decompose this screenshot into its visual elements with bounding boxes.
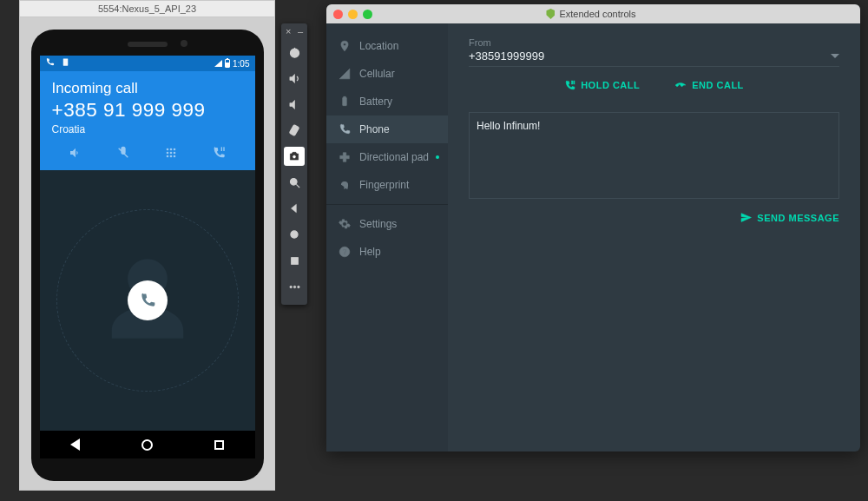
svg-point-9 [174,155,176,158]
volume-down-button[interactable] [281,91,307,117]
mute-icon[interactable] [116,146,130,163]
svg-point-6 [174,152,176,155]
incoming-call-actions [52,146,243,163]
incoming-call-number: +385 91 999 999 [52,99,243,122]
sidebar-item-fingerprint[interactable]: Fingerprint [326,171,448,199]
home-button[interactable] [281,221,307,247]
sidebar-item-settings[interactable]: Settings [326,210,448,238]
fingerprint-icon [339,179,351,191]
screenshot-button[interactable] [284,147,305,166]
hold-call-button[interactable]: HOLD CALL [564,79,640,91]
svg-rect-27 [572,81,573,84]
sidebar-item-location[interactable]: Location [326,32,448,60]
window-minimize-button[interactable] [348,10,358,19]
emulator-title: 5554:Nexus_5_API_23 [98,3,196,14]
rotate-button[interactable] [281,117,307,143]
more-button[interactable] [281,274,307,300]
sidebar-item-label: Fingerprint [359,179,409,191]
sidebar-item-label: Location [359,40,398,52]
dpad-icon [339,151,351,163]
extended-body: Location Cellular Battery Phone Directio… [326,23,860,452]
svg-point-3 [174,148,176,151]
phone-icon [339,123,351,135]
from-field[interactable]: +38591999999 [469,49,839,67]
svg-rect-23 [343,97,347,105]
shield-icon [546,9,555,19]
chevron-down-icon[interactable] [831,54,839,58]
back-button[interactable] [281,195,307,221]
extended-sidebar: Location Cellular Battery Phone Directio… [326,23,448,452]
svg-rect-0 [62,58,68,65]
svg-rect-28 [574,81,575,84]
extended-title: Extended controls [372,9,810,19]
from-value[interactable]: +38591999999 [469,49,831,63]
sim-notif-icon [61,57,73,69]
active-indicator-dot [436,155,439,159]
svg-point-5 [170,152,173,155]
end-call-button[interactable]: END CALL [674,79,744,91]
sidebar-item-phone[interactable]: Phone [326,115,448,143]
window-zoom-button[interactable] [363,10,372,19]
sidebar-item-label: Directional pad [359,151,429,163]
incoming-call-stage[interactable] [40,170,255,431]
sidebar-item-battery[interactable]: Battery [326,88,448,115]
help-icon: ? [339,246,351,258]
toolbar-minimize-icon[interactable]: – [298,26,303,36]
power-button[interactable] [281,39,307,65]
volume-up-button[interactable] [281,65,307,91]
status-clock: 1:05 [233,59,249,69]
emulator-window: 5554:Nexus_5_API_23 1:05 [19,0,275,491]
sidebar-item-dpad[interactable]: Directional pad [326,143,448,171]
svg-line-17 [296,184,299,188]
device-speaker [128,42,168,47]
emulator-title-bar[interactable]: 5554:Nexus_5_API_23 [19,0,275,17]
window-close-button[interactable] [333,10,343,19]
hold-call-label: HOLD CALL [581,80,640,90]
svg-rect-19 [291,257,298,264]
end-call-label: END CALL [692,80,744,90]
toolbar-close-icon[interactable]: × [286,26,291,36]
svg-point-22 [297,286,299,288]
answer-call-button[interactable] [128,280,168,320]
svg-rect-10 [221,147,222,151]
android-nav-bar [40,431,255,458]
svg-rect-14 [289,125,299,136]
emulator-body: 1:05 Incoming call +385 91 999 999 Croat… [19,17,275,491]
incoming-call-panel: Incoming call +385 91 999 999 Croatia [40,71,255,170]
sidebar-item-label: Help [359,246,381,258]
from-label: From [469,37,839,48]
extended-controls-window: Extended controls Location Cellular Batt… [326,4,860,452]
sidebar-item-help[interactable]: ? Help [326,238,448,266]
extended-titlebar[interactable]: Extended controls [326,4,860,23]
send-message-button[interactable]: SEND MESSAGE [740,212,839,223]
extended-title-label: Extended controls [559,9,635,19]
recent-button[interactable] [281,247,307,274]
zoom-button[interactable] [281,169,307,195]
sidebar-item-label: Settings [359,218,397,230]
sms-message-input[interactable] [469,112,839,199]
svg-point-20 [289,286,292,288]
svg-point-18 [291,231,298,238]
cellular-icon [339,68,351,80]
nav-home-button[interactable] [141,439,153,451]
incoming-call-country: Croatia [52,123,243,135]
speaker-icon[interactable] [69,146,82,163]
sidebar-item-cellular[interactable]: Cellular [326,60,448,88]
svg-point-4 [167,152,169,155]
sidebar-divider [326,204,448,205]
sidebar-item-label: Cellular [359,68,395,80]
svg-point-15 [293,155,296,159]
incoming-call-title: Incoming call [52,80,243,97]
battery-icon [339,96,351,108]
hold-icon[interactable] [212,146,226,163]
settings-icon [339,218,351,230]
svg-rect-24 [344,96,345,97]
dialpad-icon[interactable] [164,146,178,163]
device-screen[interactable]: 1:05 Incoming call +385 91 999 999 Croat… [40,56,255,458]
emulator-toolbar: × – [281,23,307,305]
svg-rect-11 [223,147,224,151]
nav-recent-button[interactable] [214,440,224,450]
svg-point-8 [170,155,173,158]
svg-point-21 [293,286,296,288]
nav-back-button[interactable] [70,438,80,451]
